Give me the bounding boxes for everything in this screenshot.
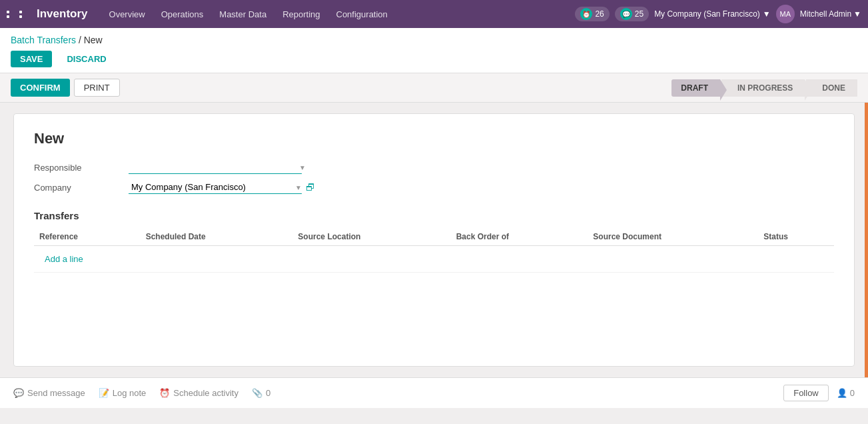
clock-badge[interactable]: ⏰ 26 [575,7,609,21]
app-name: Inventory [37,7,88,21]
add-line-button[interactable]: Add a line [39,250,89,268]
col-scheduled-date: Scheduled Date [141,228,293,246]
schedule-activity-button[interactable]: ⏰ Schedule activity [159,388,238,398]
page-wrapper: New Responsible ▼ Company ▼ 🗗 Transfers [0,103,868,377]
message-icon: 💬 [620,8,632,20]
footer-bar: 💬 Send message 📝 Log note ⏰ Schedule act… [0,377,868,408]
footer-right: Follow 👤 0 [783,385,855,401]
company-selector[interactable]: My Company (San Francisco) ▼ [654,9,771,19]
message-count: 25 [635,9,644,19]
main-content: New Responsible ▼ Company ▼ 🗗 Transfers [0,103,868,377]
log-note-button[interactable]: 📝 Log note [99,388,147,398]
responsible-row: Responsible ▼ [34,161,834,174]
topnav-right: ⏰ 26 💬 25 My Company (San Francisco) ▼ M… [575,5,861,23]
company-external-link-icon[interactable]: 🗗 [306,182,315,193]
responsible-label: Responsible [34,163,121,173]
responsible-input[interactable] [129,161,302,174]
status-done[interactable]: DONE [806,79,857,97]
paperclip-icon: 📎 [252,388,262,398]
status-pipeline: DRAFT IN PROGRESS DONE [671,79,857,97]
confirm-button[interactable]: CONFIRM [11,79,70,97]
company-select-wrapper: ▼ 🗗 [129,181,315,194]
action-bar: CONFIRM PRINT DRAFT IN PROGRESS DONE [0,73,868,103]
form-title: New [34,130,834,147]
menu-master-data[interactable]: Master Data [218,7,268,22]
clock-count: 26 [595,9,604,19]
company-chevron-icon: ▼ [763,9,771,19]
status-in-progress[interactable]: IN PROGRESS [721,79,805,97]
followers-count: 👤 0 [837,388,855,398]
menu-reporting[interactable]: Reporting [281,7,321,22]
menu-configuration[interactable]: Configuration [335,7,389,22]
breadcrumb-parent[interactable]: Batch Transfers [11,35,76,45]
breadcrumb-bar: Batch Transfers / New SAVE DISCARD [0,28,868,73]
col-source-document: Source Document [588,228,758,246]
send-message-button[interactable]: 💬 Send message [13,388,85,398]
avatar[interactable]: MA [776,5,795,23]
top-navigation: Inventory Overview Operations Master Dat… [0,0,868,28]
transfers-table: Reference Scheduled Date Source Location… [34,228,834,273]
company-row: Company ▼ 🗗 [34,181,834,194]
responsible-caret-icon: ▼ [299,164,306,171]
add-line-row: Add a line [34,246,834,273]
main-menu: Overview Operations Master Data Reportin… [108,7,576,22]
apps-menu-icon[interactable] [7,11,30,18]
col-status: Status [758,228,834,246]
action-buttons: CONFIRM PRINT [11,79,120,97]
menu-operations[interactable]: Operations [160,7,205,22]
status-bar [865,103,868,377]
table-header-row: Reference Scheduled Date Source Location… [34,228,834,246]
transfers-section-title: Transfers [34,210,834,221]
col-back-order: Back Order of [451,228,588,246]
company-caret-icon: ▼ [295,184,302,191]
menu-overview[interactable]: Overview [108,7,147,22]
footer-actions: 💬 Send message 📝 Log note ⏰ Schedule act… [13,388,270,398]
status-draft[interactable]: DRAFT [671,79,720,97]
save-button[interactable]: SAVE [11,51,52,67]
toolbar-buttons: SAVE DISCARD [11,51,857,67]
company-input[interactable] [129,181,302,194]
user-chevron-icon: ▼ [853,9,861,19]
follow-button[interactable]: Follow [783,385,829,401]
breadcrumb-current: New [84,35,103,45]
col-source-location: Source Location [292,228,450,246]
print-button[interactable]: PRINT [74,79,120,97]
form-card: New Responsible ▼ Company ▼ 🗗 Transfers [13,113,855,367]
person-icon: 👤 [837,388,847,398]
attachments-button[interactable]: 📎 0 [252,388,270,398]
breadcrumb: Batch Transfers / New [11,35,857,45]
col-reference: Reference [34,228,141,246]
discard-button[interactable]: DISCARD [57,51,115,67]
note-icon: 📝 [99,388,109,398]
message-badge[interactable]: 💬 25 [615,7,649,21]
company-label: Company [34,183,121,193]
user-name[interactable]: Mitchell Admin ▼ [800,9,861,19]
clock-icon: ⏰ [580,8,592,20]
message-bubble-icon: 💬 [13,388,24,398]
clock-schedule-icon: ⏰ [159,388,170,398]
